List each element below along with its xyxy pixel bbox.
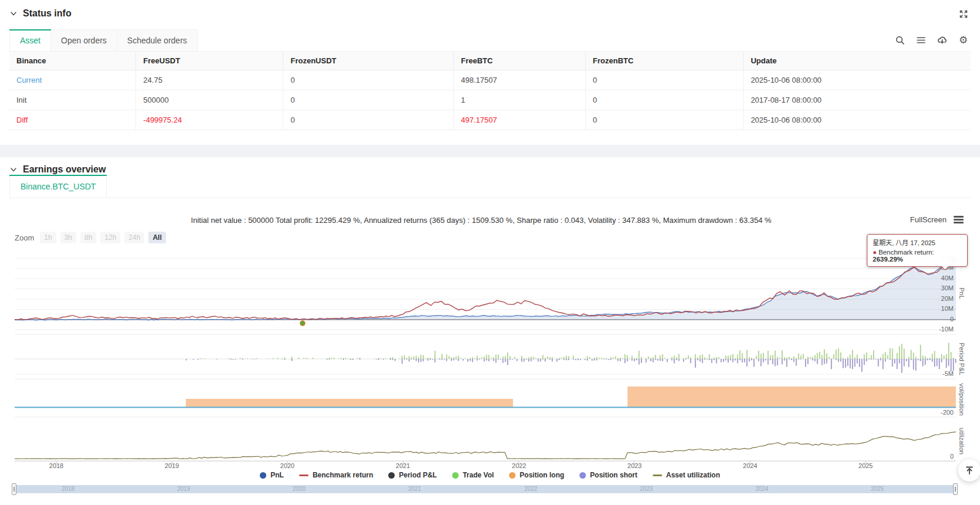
cell: 2025-10-06 08:00:00 bbox=[744, 110, 971, 130]
ytick: -200 bbox=[921, 409, 954, 416]
xtick-2021: 2021 bbox=[396, 462, 410, 469]
series-dot-icon: ● bbox=[873, 249, 877, 256]
zoom-8h[interactable]: 8h bbox=[80, 232, 96, 243]
status-info-title: Status info bbox=[23, 8, 72, 19]
tab-schedule-orders[interactable]: Schedule orders bbox=[117, 29, 198, 52]
ytick: 0 bbox=[921, 316, 954, 323]
earnings-header: Earnings overview bbox=[9, 164, 106, 175]
row-label-diff: Diff bbox=[9, 110, 136, 130]
col-freebtc: FreeBTC bbox=[453, 52, 585, 70]
fullscreen-expand-icon[interactable] bbox=[959, 9, 968, 19]
chevron-down-icon[interactable] bbox=[9, 9, 18, 18]
table-row-diff: Diff -499975.24 0 497.17507 0 2025-10-06… bbox=[9, 110, 971, 130]
chevron-down-icon[interactable] bbox=[9, 165, 18, 174]
axis-title-vol-position: vol/position bbox=[958, 383, 965, 415]
row-label-init: Init bbox=[9, 90, 136, 110]
cell: 24.75 bbox=[136, 70, 283, 90]
nav-year: 2025 bbox=[871, 486, 884, 492]
cell: 2017-08-17 08:00:00 bbox=[744, 90, 971, 110]
zoom-label: Zoom bbox=[15, 233, 34, 242]
search-icon[interactable] bbox=[895, 35, 905, 45]
xtick-2018: 2018 bbox=[49, 462, 63, 469]
ytick: 30M bbox=[921, 284, 954, 292]
nav-year: 2022 bbox=[524, 486, 537, 492]
navigator-left-handle[interactable] bbox=[12, 483, 16, 495]
cell: 497.17507 bbox=[453, 110, 585, 130]
ytick: 40M bbox=[921, 274, 954, 282]
nav-year: 2021 bbox=[408, 486, 421, 492]
ytick: -5M bbox=[921, 370, 954, 377]
nav-year: 2018 bbox=[62, 486, 74, 492]
zoom-all[interactable]: All bbox=[148, 232, 165, 243]
nav-year: 2023 bbox=[640, 486, 653, 492]
tooltip-row: ●Benchmark return: 2639.29% bbox=[873, 249, 962, 263]
table-row-init: Init 500000 0 1 0 2017-08-17 08:00:00 bbox=[9, 90, 971, 110]
chart-subtitle: Initial net value : 500000 Total profit:… bbox=[0, 216, 962, 225]
zoom-24h[interactable]: 24h bbox=[124, 232, 144, 243]
legend-period-pnl[interactable]: Period P&L bbox=[388, 471, 437, 479]
chart-actions: FullScreen bbox=[906, 215, 964, 224]
xtick-2024: 2024 bbox=[743, 462, 757, 469]
legend-asset-utilization[interactable]: Asset utilization bbox=[653, 471, 720, 479]
status-toolbar: ⚙ bbox=[895, 35, 968, 45]
chart-tooltip: 星期天, 八月 17, 2025 ●Benchmark return: 2639… bbox=[867, 234, 968, 267]
xtick-2025: 2025 bbox=[859, 462, 873, 469]
col-frozenusdt: FrozenUSDT bbox=[283, 52, 453, 70]
zoom-1h[interactable]: 1h bbox=[40, 232, 56, 243]
cell: 2025-10-06 08:00:00 bbox=[744, 70, 971, 90]
axis-title-pnl: PnL bbox=[958, 287, 965, 299]
xtick-2022: 2022 bbox=[512, 462, 526, 469]
cell: -499975.24 bbox=[136, 110, 283, 130]
status-tabs: AssetOpen ordersSchedule orders ⚙ bbox=[9, 29, 971, 52]
fullscreen-button[interactable]: FullScreen bbox=[910, 215, 947, 224]
col-freeusdt: FreeUSDT bbox=[136, 52, 283, 70]
legend-benchmark-return[interactable]: Benchmark return bbox=[299, 471, 373, 479]
gear-icon[interactable]: ⚙ bbox=[958, 35, 968, 45]
ytick: 0 bbox=[921, 453, 954, 460]
tooltip-value: 2639.29% bbox=[873, 256, 903, 263]
xtick-2020: 2020 bbox=[280, 462, 294, 469]
chart-navigator[interactable]: 2018 2019 2020 2021 2022 2023 2024 2025 bbox=[15, 485, 956, 493]
tab-binance-btc-usdt[interactable]: Binance.BTC_USDT bbox=[9, 175, 107, 198]
ytick: -10M bbox=[921, 326, 954, 333]
nav-year: 2024 bbox=[755, 486, 768, 492]
cell: 0 bbox=[283, 70, 453, 90]
zoom-3h[interactable]: 3h bbox=[60, 232, 76, 243]
cell: 498.17507 bbox=[453, 70, 585, 90]
zoom-12h[interactable]: 12h bbox=[100, 232, 120, 243]
xtick-2023: 2023 bbox=[628, 462, 642, 469]
tabbar-divider bbox=[9, 198, 971, 198]
hamburger-icon[interactable] bbox=[954, 216, 964, 223]
chart-legend: PnL Benchmark return Period P&L Trade Vo… bbox=[0, 471, 980, 479]
range-selector: Zoom 1h 3h 8h 12h 24h All bbox=[15, 232, 166, 243]
legend-position-long[interactable]: Position long bbox=[509, 471, 564, 479]
legend-pnl[interactable]: PnL bbox=[260, 471, 284, 479]
status-info-card: Status info AssetOpen ordersSchedule ord… bbox=[0, 0, 980, 145]
page: Status info AssetOpen ordersSchedule ord… bbox=[0, 0, 980, 505]
legend-trade-vol[interactable]: Trade Vol bbox=[452, 471, 494, 479]
back-to-top-button[interactable] bbox=[958, 459, 980, 482]
earnings-title: Earnings overview bbox=[23, 164, 106, 175]
axis-title-utilization: utilization bbox=[958, 428, 965, 455]
cell: 1 bbox=[453, 90, 585, 110]
tab-asset[interactable]: Asset bbox=[9, 29, 51, 52]
cloud-download-icon[interactable] bbox=[937, 35, 947, 45]
asset-table: Binance FreeUSDT FrozenUSDT FreeBTC Froz… bbox=[9, 52, 971, 130]
status-info-header: Status info bbox=[9, 8, 72, 19]
list-icon[interactable] bbox=[916, 35, 926, 45]
legend-position-short[interactable]: Position short bbox=[579, 471, 637, 479]
row-label-current[interactable]: Current bbox=[9, 70, 136, 90]
ytick: 20M bbox=[921, 295, 954, 302]
table-row-current: Current 24.75 0 498.17507 0 2025-10-06 0… bbox=[9, 70, 971, 90]
navigator-right-handle[interactable] bbox=[953, 483, 958, 495]
earnings-tabs: Binance.BTC_USDT bbox=[9, 175, 971, 198]
nav-year: 2020 bbox=[293, 486, 306, 492]
col-binance: Binance bbox=[9, 52, 136, 70]
tab-open-orders[interactable]: Open orders bbox=[51, 29, 117, 52]
cell: 500000 bbox=[136, 90, 283, 110]
earnings-overview-card: Earnings overview Binance.BTC_USDT Initi… bbox=[0, 157, 980, 505]
ytick: 10M bbox=[921, 305, 954, 312]
axis-title-period-pnl: Period P&L bbox=[958, 343, 965, 375]
col-update: Update bbox=[744, 52, 971, 70]
xtick-2019: 2019 bbox=[165, 462, 179, 469]
